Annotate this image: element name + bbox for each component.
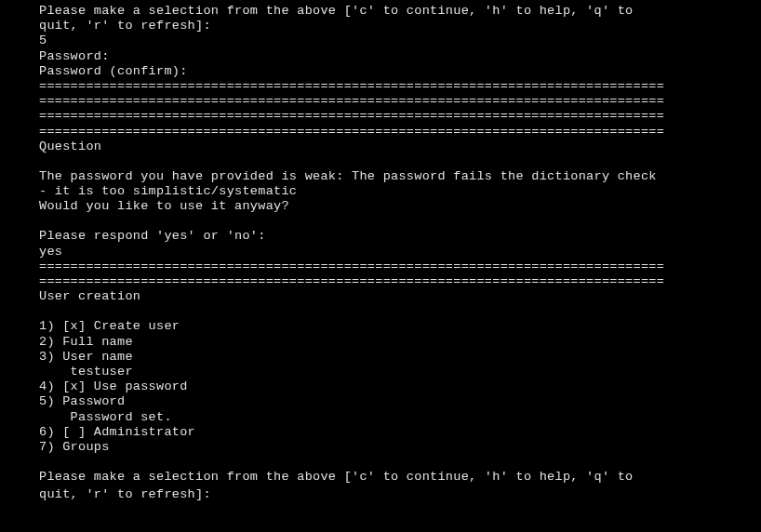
menu-item-password[interactable]: 5) Password [39, 394, 761, 409]
blank-line [39, 455, 761, 470]
selection-prompt-line-2: quit, 'r' to refresh]: [39, 19, 761, 33]
menu-item-groups[interactable]: 7) Groups [39, 440, 761, 455]
separator-line: ========================================… [39, 259, 761, 274]
cursor-icon [211, 485, 219, 498]
selection-prompt-line-1: Please make a selection from the above [… [39, 4, 761, 19]
question-response: yes [39, 245, 761, 259]
question-heading: Question [39, 140, 761, 154]
menu-item-administrator[interactable]: 6) [ ] Administrator [39, 425, 761, 440]
blank-line [39, 304, 761, 319]
password-prompt: Password: [39, 49, 761, 64]
selection-prompt-line-2[interactable]: quit, 'r' to refresh]: [39, 485, 761, 502]
user-creation-heading: User creation [39, 289, 761, 304]
menu-item-username-value: testuser [39, 365, 761, 379]
question-body-line-2: - it is too simplistic/systematic [39, 184, 761, 199]
password-confirm-prompt: Password (confirm): [39, 64, 761, 79]
question-body-line-1: The password you have provided is weak: … [39, 169, 761, 184]
separator-line: ========================================… [39, 274, 761, 289]
selection-response: 5 [39, 33, 761, 48]
menu-item-password-status: Password set. [39, 410, 761, 425]
menu-item-full-name[interactable]: 2) Full name [39, 335, 761, 350]
selection-prompt-text: quit, 'r' to refresh]: [39, 487, 211, 501]
separator-line: ========================================… [39, 79, 761, 94]
question-body-line-3: Would you like to use it anyway? [39, 199, 761, 214]
separator-line: ========================================… [39, 94, 761, 109]
menu-item-use-password[interactable]: 4) [x] Use password [39, 379, 761, 394]
blank-line [39, 154, 761, 169]
question-prompt: Please respond 'yes' or 'no': [39, 229, 761, 244]
menu-item-create-user[interactable]: 1) [x] Create user [39, 319, 761, 334]
separator-line: ========================================… [39, 125, 761, 140]
separator-line: ========================================… [39, 109, 761, 124]
blank-line [39, 214, 761, 229]
selection-prompt-line-1: Please make a selection from the above [… [39, 470, 761, 485]
menu-item-user-name[interactable]: 3) User name [39, 350, 761, 365]
